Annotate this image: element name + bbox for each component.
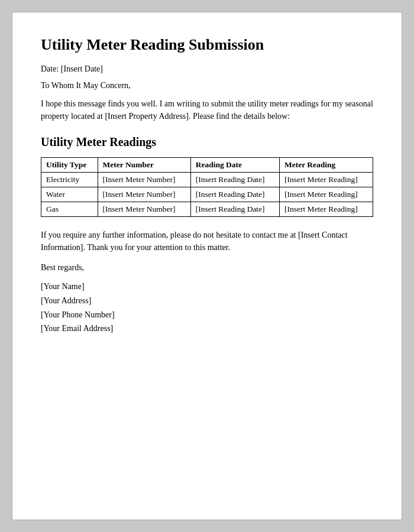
table-row: Water [Insert Meter Number] [Insert Read… bbox=[41, 187, 373, 202]
table-header-row: Utility Type Meter Number Reading Date M… bbox=[41, 158, 373, 173]
closing-paragraph: If you require any further information, … bbox=[41, 229, 373, 254]
col-header-meter-reading: Meter Reading bbox=[280, 158, 373, 173]
cell-meter-number-1: [Insert Meter Number] bbox=[98, 173, 190, 187]
signature-phone: [Your Phone Number] bbox=[41, 308, 373, 322]
table-row: Gas [Insert Meter Number] [Insert Readin… bbox=[41, 202, 373, 217]
document-page: Utility Meter Reading Submission Date: [… bbox=[12, 12, 402, 520]
table-row: Electricity [Insert Meter Number] [Inser… bbox=[41, 173, 373, 187]
cell-utility-type-3: Gas bbox=[41, 202, 98, 217]
signature-block: [Your Name] [Your Address] [Your Phone N… bbox=[41, 280, 373, 336]
intro-paragraph: I hope this message finds you well. I am… bbox=[41, 98, 373, 122]
section-heading: Utility Meter Readings bbox=[41, 135, 373, 149]
cell-meter-number-2: [Insert Meter Number] bbox=[98, 187, 190, 202]
cell-utility-type-1: Electricity bbox=[41, 173, 98, 187]
signature-email: [Your Email Address] bbox=[41, 322, 373, 336]
col-header-reading-date: Reading Date bbox=[190, 158, 279, 173]
salutation: To Whom It May Concern, bbox=[41, 81, 373, 90]
signature-name: [Your Name] bbox=[41, 280, 373, 294]
best-regards: Best regards, bbox=[41, 263, 373, 273]
meter-readings-table: Utility Type Meter Number Reading Date M… bbox=[41, 157, 373, 217]
cell-meter-number-3: [Insert Meter Number] bbox=[98, 202, 190, 217]
signature-address: [Your Address] bbox=[41, 294, 373, 308]
col-header-utility-type: Utility Type bbox=[41, 158, 98, 173]
cell-meter-reading-3: [Insert Meter Reading] bbox=[280, 202, 373, 217]
cell-meter-reading-2: [Insert Meter Reading] bbox=[280, 187, 373, 202]
cell-meter-reading-1: [Insert Meter Reading] bbox=[280, 173, 373, 187]
page-title: Utility Meter Reading Submission bbox=[41, 36, 373, 54]
date-line: Date: [Insert Date] bbox=[41, 64, 373, 74]
cell-reading-date-2: [Insert Reading Date] bbox=[190, 187, 279, 202]
cell-reading-date-3: [Insert Reading Date] bbox=[190, 202, 279, 217]
cell-utility-type-2: Water bbox=[41, 187, 98, 202]
col-header-meter-number: Meter Number bbox=[98, 158, 190, 173]
cell-reading-date-1: [Insert Reading Date] bbox=[190, 173, 279, 187]
